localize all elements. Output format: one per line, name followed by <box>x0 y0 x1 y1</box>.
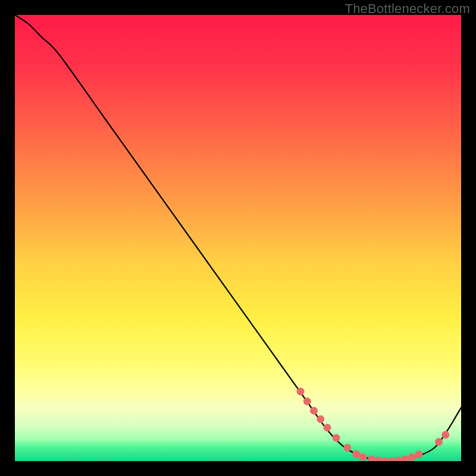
data-point <box>415 450 422 458</box>
chart-frame: TheBottlenecker.com <box>0 0 476 476</box>
data-point <box>343 444 351 452</box>
data-point <box>333 434 340 442</box>
data-point <box>359 453 367 461</box>
data-point <box>317 415 324 423</box>
data-point <box>303 397 311 405</box>
data-point <box>297 388 305 396</box>
bottleneck-chart <box>15 15 461 461</box>
data-point <box>441 431 449 439</box>
data-point <box>324 424 331 431</box>
data-point <box>435 438 443 446</box>
data-point <box>310 407 318 415</box>
data-point <box>408 453 416 461</box>
data-point <box>352 450 360 458</box>
plot-background <box>15 15 461 461</box>
